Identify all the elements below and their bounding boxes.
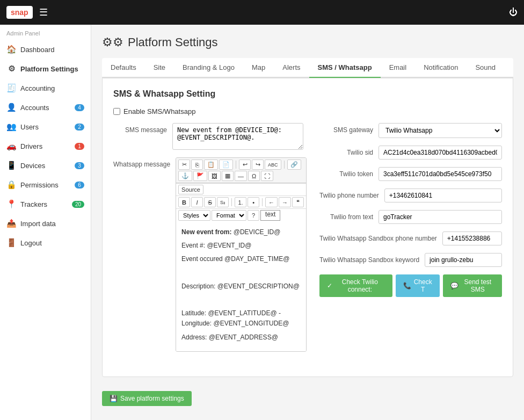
drivers-icon: 🚗	[6, 141, 16, 151]
sidebar-item-devices[interactable]: 📱 Devices 3	[0, 156, 91, 175]
page-title: ⚙⚙ Platform Settings	[102, 35, 513, 49]
toolbar-styles-select[interactable]: Styles	[178, 210, 210, 221]
toolbar-redo[interactable]: ↪	[252, 160, 264, 170]
save-platform-settings-button[interactable]: 💾 Save platform settings	[102, 391, 192, 406]
tab-map[interactable]: Map	[243, 58, 274, 78]
tab-defaults[interactable]: Defaults	[102, 58, 145, 78]
sms-message-input[interactable]: New event from @DEVICE_ID@: @EVENT_DESCR…	[172, 123, 303, 150]
sidebar-item-label: Import data	[20, 220, 84, 228]
sms-gateway-select[interactable]: Twilio Whatsapp	[379, 123, 502, 138]
sidebar-item-dashboard[interactable]: 🏠 Dashboard	[0, 40, 91, 59]
toolbar-omega[interactable]: Ω	[248, 171, 260, 181]
toolbar-table[interactable]: ▦	[222, 171, 234, 181]
sidebar-item-drivers[interactable]: 🚗 Drivers 1	[0, 136, 91, 156]
editor-toolbar-row4: Styles Format ? text	[176, 208, 306, 222]
check-twilio-label: Check Twilio connect:	[335, 278, 385, 293]
tab-branding[interactable]: Branding & Logo	[174, 58, 243, 78]
toolbar-abc[interactable]: ABC	[265, 160, 281, 170]
twilio-sandbox-phone-input[interactable]: +14155238886	[442, 231, 502, 245]
toolbar-cut[interactable]: ✂	[178, 160, 190, 170]
toolbar-help[interactable]: ?	[248, 210, 259, 221]
twilio-sid-group: Twilio sid AC21d4c0ea318d070bd4116309acb…	[319, 146, 502, 160]
tab-sms-whatsapp[interactable]: SMS / Whatsapp	[309, 58, 381, 78]
sidebar-item-logout[interactable]: 🚪 Logout	[0, 233, 91, 252]
trackers-badge: 20	[72, 201, 84, 208]
send-test-sms-label: Send test SMS	[461, 278, 494, 293]
navbar: snap ☰ ⏻	[0, 0, 524, 25]
tab-sound[interactable]: Sound	[467, 58, 504, 78]
sidebar-item-accounting[interactable]: 🧾 Accounting	[0, 78, 91, 98]
sidebar-item-import-data[interactable]: 📤 Import data	[0, 214, 91, 233]
check-twilio-button[interactable]: ✓ Check Twilio connect:	[319, 274, 392, 297]
whatsapp-message-label: Whatsapp message	[113, 157, 170, 168]
editor-toolbar-row3: B I S S₂ 1. • ← →	[176, 195, 306, 208]
toolbar-anchor[interactable]: ⚓	[178, 171, 192, 181]
toolbar-undo[interactable]: ↩	[239, 160, 251, 170]
save-button-label: Save platform settings	[120, 395, 184, 402]
sidebar: Admin Panel 🏠 Dashboard ⚙ Platform Setti…	[0, 25, 91, 420]
editor-toolbar-row1: ✂ ⎘ 📋 📄 ↩ ↪ ABC 🔗	[176, 158, 306, 183]
toolbar-link[interactable]: 🔗	[287, 160, 301, 170]
toolbar-subscript[interactable]: S₂	[217, 197, 229, 207]
twilio-from-text-group: Twilio from text goTracker	[319, 210, 502, 224]
form-left: SMS message New event from @DEVICE_ID@: …	[113, 123, 303, 359]
twilio-phone-input[interactable]: +13462610841	[384, 189, 502, 202]
twilio-token-input[interactable]: 3ca3eff511c701da0bd5e545ce973f50	[379, 167, 502, 181]
toolbar-bold[interactable]: B	[178, 197, 190, 207]
toolbar-indent-more[interactable]: →	[279, 197, 291, 207]
power-icon[interactable]: ⏻	[509, 8, 518, 17]
toolbar-unordered-list[interactable]: •	[248, 197, 259, 207]
sidebar-item-label: Trackers	[20, 200, 68, 208]
editor-wrapper-outer: ✂ ⎘ 📋 📄 ↩ ↪ ABC 🔗	[176, 157, 307, 352]
toolbar-paste-text[interactable]: 📄	[219, 160, 233, 170]
text-label: text	[260, 210, 280, 221]
sms-message-group: SMS message New event from @DEVICE_ID@: …	[113, 123, 303, 150]
devices-badge: 3	[75, 162, 84, 169]
toolbar-format-select[interactable]: Format	[212, 210, 246, 221]
toolbar-sep3	[231, 198, 232, 206]
send-test-sms-button[interactable]: 💬 Send test SMS	[443, 274, 502, 297]
sidebar-item-label: Devices	[20, 162, 70, 170]
sidebar-item-platform-settings[interactable]: ⚙ Platform Settings	[0, 59, 91, 78]
twilio-sid-label: Twilio sid	[319, 146, 373, 156]
menu-icon[interactable]: ☰	[39, 6, 48, 18]
check-t-button[interactable]: 📞 Check T	[396, 274, 440, 297]
check-t-label: Check T	[414, 278, 432, 293]
toolbar-strikethrough[interactable]: S	[204, 197, 216, 207]
editor-content[interactable]: New event from: @DEVICE_ID@ Event #: @EV…	[176, 222, 306, 351]
twilio-from-text-input[interactable]: goTracker	[379, 210, 502, 224]
toolbar-fullscreen[interactable]: ⛶	[261, 171, 273, 181]
toolbar-italic[interactable]: I	[191, 197, 203, 207]
users-badge: 2	[75, 124, 84, 131]
toolbar-indent-less[interactable]: ←	[265, 197, 278, 207]
check-t-icon: 📞	[403, 282, 411, 289]
tab-site[interactable]: Site	[145, 58, 174, 78]
toolbar-image[interactable]: 🖼	[208, 171, 221, 181]
sidebar-item-trackers[interactable]: 📍 Trackers 20	[0, 194, 91, 214]
twilio-sandbox-keyword-group: Twilio Whatsapp Sandbox keyword join gru…	[319, 253, 502, 267]
sidebar-item-users[interactable]: 👥 Users 2	[0, 117, 91, 136]
toolbar-hr[interactable]: ―	[235, 171, 247, 181]
tab-notification[interactable]: Notification	[415, 58, 467, 78]
twilio-from-text-label: Twilio from text	[319, 210, 373, 221]
toolbar-flag[interactable]: 🚩	[193, 171, 207, 181]
toolbar-blockquote[interactable]: ❝	[292, 197, 304, 207]
sidebar-item-accounts[interactable]: 👤 Accounts 4	[0, 98, 91, 117]
toolbar-ordered-list[interactable]: 1.	[235, 197, 246, 207]
toolbar-source[interactable]: Source	[178, 185, 203, 194]
twilio-sid-input[interactable]: AC21d4c0ea318d070bd4116309acbed004	[379, 146, 502, 160]
toolbar-sep2	[284, 161, 285, 169]
twilio-phone-group: Twilio phone number +13462610841	[319, 189, 502, 202]
twilio-sandbox-keyword-input[interactable]: join grullo-zebu	[425, 253, 502, 267]
permissions-icon: 🔒	[6, 180, 16, 190]
tab-email[interactable]: Email	[381, 58, 416, 78]
section-title: SMS & Whatsapp Setting	[113, 89, 502, 99]
enable-sms-checkbox[interactable]	[113, 108, 120, 115]
toolbar-paste[interactable]: 📋	[204, 160, 218, 170]
toolbar-copy[interactable]: ⎘	[191, 160, 203, 170]
sms-icon: 💬	[450, 282, 458, 289]
tab-alerts[interactable]: Alerts	[274, 58, 309, 78]
sidebar-item-permissions[interactable]: 🔒 Permissions 6	[0, 175, 91, 194]
import-icon: 📤	[6, 219, 16, 228]
sidebar-item-label: Users	[20, 123, 70, 131]
